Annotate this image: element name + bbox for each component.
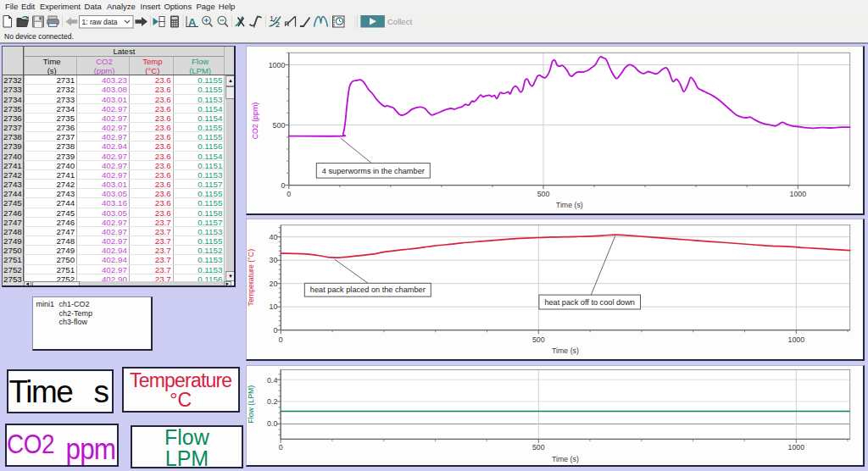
svg-text:0.0: 0.0 <box>267 419 277 428</box>
svg-text:500: 500 <box>537 191 549 199</box>
svg-text:20: 20 <box>269 280 277 288</box>
svg-text:Collect: Collect <box>387 17 412 26</box>
svg-text:0.2: 0.2 <box>267 397 277 406</box>
svg-text:Time (s): Time (s) <box>556 201 583 209</box>
svg-text:30: 30 <box>269 256 277 264</box>
svg-text:heat pack off to cool down: heat pack off to cool down <box>544 298 635 307</box>
svg-text:0: 0 <box>281 181 285 190</box>
svg-text:10: 10 <box>269 302 277 311</box>
svg-text:40: 40 <box>269 233 277 241</box>
svg-text:0: 0 <box>278 443 282 452</box>
svg-text:Flow (LPM): Flow (LPM) <box>247 385 255 423</box>
svg-text:500: 500 <box>272 121 285 130</box>
svg-text:500: 500 <box>532 443 545 452</box>
svg-text:1000: 1000 <box>787 335 804 344</box>
svg-text:1000: 1000 <box>268 61 285 69</box>
svg-text:1000: 1000 <box>787 443 804 452</box>
svg-text:1: raw data: 1: raw data <box>82 18 118 26</box>
svg-text:Temperature (°C): Temperature (°C) <box>247 249 255 307</box>
svg-text:500: 500 <box>532 335 545 344</box>
svg-text:Time (s): Time (s) <box>552 455 579 463</box>
svg-text:4 superworms in the chamber: 4 superworms in the chamber <box>321 167 424 175</box>
svg-text:A: A <box>188 16 197 29</box>
svg-text:0: 0 <box>279 335 283 344</box>
svg-text:Time (s): Time (s) <box>552 346 579 355</box>
svg-text:2: 2 <box>275 20 280 29</box>
svg-text:1000: 1000 <box>789 191 806 199</box>
svg-text:CO2 (ppm): CO2 (ppm) <box>251 103 259 140</box>
svg-text:heat pack placed on the chambe: heat pack placed on the chamber <box>310 286 426 295</box>
svg-text:0: 0 <box>273 326 277 335</box>
svg-text:0: 0 <box>287 191 291 199</box>
svg-text:0.4: 0.4 <box>267 375 277 384</box>
